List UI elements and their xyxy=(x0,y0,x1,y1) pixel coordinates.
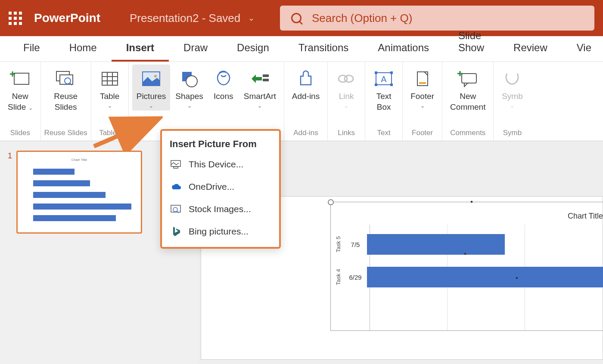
onedrive-icon xyxy=(170,181,182,193)
svg-rect-23 xyxy=(375,71,377,74)
link-button: Link ⌄ xyxy=(331,65,361,111)
new-comment-button[interactable]: New Comment xyxy=(446,65,490,114)
dropdown-item-stock[interactable]: Stock Images... xyxy=(162,198,279,220)
pictures-dropdown: Insert Picture From This Device... OneDr… xyxy=(160,129,281,249)
icons-button[interactable]: Icons xyxy=(208,65,239,104)
resize-handle[interactable] xyxy=(328,199,334,205)
footer-icon xyxy=(413,67,432,90)
table-icon xyxy=(100,67,119,90)
reuse-slides-icon xyxy=(55,67,77,90)
svg-marker-16 xyxy=(252,74,262,83)
tab-slideshow[interactable]: Slide Show xyxy=(444,25,499,62)
textbox-icon: A xyxy=(373,67,394,90)
ribbon: New Slide ⌄ Slides Reuse Slides Reuse Sl… xyxy=(0,62,603,141)
addins-button[interactable]: Add-ins xyxy=(288,65,324,104)
dropdown-item-bing[interactable]: Bing pictures... xyxy=(162,220,279,243)
tab-insert[interactable]: Insert xyxy=(112,37,169,62)
smartart-button[interactable]: SmartArt ⌄ xyxy=(239,65,280,111)
svg-text:A: A xyxy=(381,74,387,84)
svg-rect-4 xyxy=(60,75,73,84)
pictures-button[interactable]: Pictures ⌄ xyxy=(132,65,171,111)
chart-bar xyxy=(367,267,603,287)
new-slide-button[interactable]: New Slide ⌄ xyxy=(3,65,37,114)
icons-icon xyxy=(214,67,233,90)
ribbon-group-links: Link ⌄ Links xyxy=(328,62,365,141)
svg-rect-28 xyxy=(462,74,476,83)
tab-draw[interactable]: Draw xyxy=(169,37,222,62)
ribbon-group-text: A Text Box Text xyxy=(365,62,403,141)
shapes-button[interactable]: Shapes ⌄ xyxy=(171,65,207,111)
table-button[interactable]: Table ⌄ xyxy=(95,65,125,111)
slide-1-thumb[interactable]: Chart Title xyxy=(16,151,142,234)
chevron-down-icon[interactable]: ⌄ xyxy=(248,13,255,23)
tab-transitions[interactable]: Transitions xyxy=(284,37,363,62)
search-placeholder: Search (Option + Q) xyxy=(312,12,412,25)
svg-rect-0 xyxy=(14,73,29,84)
comment-icon xyxy=(457,67,479,90)
svg-rect-34 xyxy=(171,205,180,212)
symbol-icon xyxy=(504,67,521,90)
ribbon-group-reuse: Reuse Slides Reuse Slides xyxy=(41,62,91,141)
dropdown-item-this-device[interactable]: This Device... xyxy=(162,153,279,176)
chart-bar xyxy=(367,234,505,255)
app-launcher-icon[interactable] xyxy=(9,12,22,25)
smartart-icon xyxy=(249,67,270,90)
svg-rect-33 xyxy=(174,167,178,168)
addins-icon xyxy=(296,67,315,90)
footer-button[interactable]: Footer ⌄ xyxy=(406,65,438,111)
ribbon-group-slides: New Slide ⌄ Slides xyxy=(0,62,41,141)
chart-title[interactable]: Chart Title xyxy=(568,212,603,221)
svg-point-20 xyxy=(345,75,353,82)
dropdown-title: Insert Picture From xyxy=(162,136,279,153)
svg-rect-18 xyxy=(263,79,269,81)
ribbon-tabs: File Home Insert Draw Design Transitions… xyxy=(0,36,603,62)
svg-rect-7 xyxy=(102,72,118,85)
tab-design[interactable]: Design xyxy=(222,37,284,62)
document-title[interactable]: Presentation2 - Saved ⌄ xyxy=(130,12,255,25)
svg-rect-25 xyxy=(375,83,377,86)
gantt-chart: Task 5 7/5 Task 4 6/29 xyxy=(335,232,603,298)
pictures-icon xyxy=(140,67,162,90)
bing-icon xyxy=(170,225,182,238)
search-input[interactable]: Search (Option + Q) xyxy=(280,6,594,31)
workspace: 1 Chart Title Chart Title xyxy=(0,141,603,364)
app-name: PowerPoint xyxy=(34,11,100,25)
svg-point-35 xyxy=(173,207,177,212)
tab-home[interactable]: Home xyxy=(55,37,112,62)
ribbon-group-comments: New Comment Comments xyxy=(442,62,494,141)
tab-animations[interactable]: Animations xyxy=(363,37,444,62)
new-slide-icon xyxy=(10,67,31,90)
svg-marker-29 xyxy=(464,83,468,86)
svg-rect-27 xyxy=(419,82,426,84)
dropdown-item-onedrive[interactable]: OneDrive... xyxy=(162,176,279,198)
svg-rect-17 xyxy=(263,74,269,77)
tab-review[interactable]: Review xyxy=(499,37,562,62)
svg-point-13 xyxy=(154,75,157,77)
reuse-slides-button[interactable]: Reuse Slides xyxy=(50,65,82,114)
svg-point-15 xyxy=(186,76,197,87)
ribbon-group-addins: Add-ins Add-ins xyxy=(284,62,328,141)
svg-rect-24 xyxy=(390,71,393,74)
symbol-button: Symb ⌄ xyxy=(497,65,527,111)
stock-images-icon xyxy=(170,203,182,215)
title-bar: PowerPoint Presentation2 - Saved ⌄ Searc… xyxy=(0,0,603,36)
ribbon-group-symbols: Symb ⌄ Symb xyxy=(494,62,531,141)
textbox-button[interactable]: A Text Box xyxy=(369,65,399,114)
device-icon xyxy=(170,158,182,170)
tab-file[interactable]: File xyxy=(9,37,55,62)
tab-view[interactable]: Vie xyxy=(562,37,603,62)
link-icon xyxy=(336,67,357,90)
ribbon-group-footer: Footer ⌄ Footer xyxy=(403,62,442,141)
chart-object[interactable]: Chart Title Task 5 7/5 Task 4 6/29 xyxy=(330,202,603,331)
svg-rect-26 xyxy=(390,83,393,86)
ribbon-group-tables: Table ⌄ Tables xyxy=(91,62,129,141)
search-icon xyxy=(291,13,302,23)
shapes-icon xyxy=(180,67,199,90)
